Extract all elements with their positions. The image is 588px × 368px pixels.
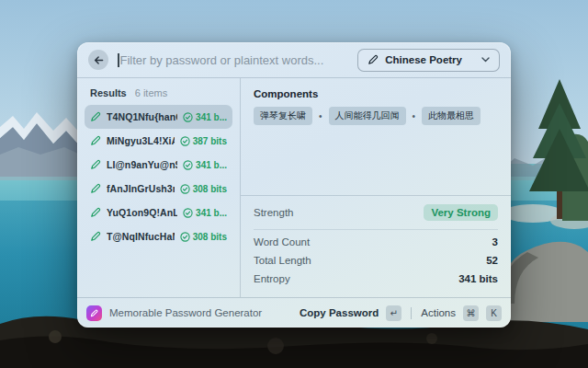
entropy-badge-text: 308 bits (193, 232, 227, 242)
password-text: LI@n9anYu@n$H3N... (107, 159, 177, 170)
back-button[interactable] (88, 50, 108, 70)
entropy-row: Entropy 341 bits (254, 273, 498, 284)
entropy-badge: 341 b... (183, 112, 227, 122)
password-list-item[interactable]: T@NqINfucHaN9xi... 308 bits (85, 224, 232, 248)
pencil-icon (90, 111, 101, 122)
results-panel: Results 6 items T4NQ1Nfu{hanGxIAo... 341… (77, 78, 241, 297)
components-title: Components (254, 88, 498, 99)
pencil-icon (90, 231, 101, 242)
entropy-badge-text: 308 bits (193, 184, 227, 194)
entropy-badge: 341 b... (183, 208, 227, 218)
entropy-badge-text: 341 b... (196, 208, 227, 218)
stats-list: Word Count 3 Total Length 52 Entropy 341… (254, 230, 498, 297)
bullet-separator: • (413, 111, 416, 121)
mode-dropdown-label: Chinese Poetry (385, 54, 462, 65)
component-pill: 弹琴复长啸 (254, 107, 312, 125)
password-text: fAnJInGrUsh3nL!NG... (107, 183, 175, 194)
entropy-badge: 308 bits (180, 184, 227, 194)
component-pill: 此物最相思 (422, 107, 481, 125)
total-length-row: Total Length 52 (254, 255, 498, 266)
pencil-icon (90, 207, 101, 218)
action-bar: Memorable Password Generator Copy Passwo… (77, 297, 511, 328)
total-length-label: Total Length (254, 255, 311, 266)
cmd-key-icon: ⌘ (463, 305, 479, 321)
bullet-separator: • (319, 111, 322, 121)
pencil-icon (90, 183, 101, 194)
text-cursor (118, 53, 119, 67)
mode-dropdown[interactable]: Chinese Poetry (357, 49, 500, 72)
search-field-wrap (118, 53, 348, 67)
chevron-down-icon (481, 57, 490, 63)
entropy-badge-text: 341 b... (196, 112, 227, 122)
detail-panel: Components 弹琴复长啸 • 人间能得几回闻 • 此物最相思 Stren… (241, 78, 511, 297)
check-circle-icon (183, 160, 193, 170)
return-key-icon: ↵ (386, 305, 401, 321)
results-title: Results (90, 87, 127, 98)
app-icon (86, 305, 102, 321)
component-pill: 人间能得几回闻 (329, 107, 406, 125)
password-list-item[interactable]: MiNgyu3L4!XiAn92h... 387 bits (85, 129, 232, 153)
entropy-badge-text: 341 b... (196, 160, 227, 170)
word-count-label: Word Count (254, 236, 310, 247)
password-list-item[interactable]: fAnJInGrUsh3nL!NG... 308 bits (85, 177, 232, 201)
password-text: T@NqINfucHaN9xi... (107, 231, 175, 242)
password-text: YuQ1on9Q!AnLimuC!... (107, 207, 177, 218)
pencil-icon (368, 54, 379, 65)
word-count-row: Word Count 3 (254, 236, 498, 247)
check-circle-icon (180, 232, 190, 242)
results-header: Results 6 items (85, 84, 232, 105)
strength-label: Strength (254, 207, 293, 218)
password-list-item[interactable]: LI@n9anYu@n$H3N... 341 b... (85, 153, 232, 177)
entropy-badge: 341 b... (183, 160, 227, 170)
window-body: Results 6 items T4NQ1Nfu{hanGxIAo... 341… (77, 78, 511, 297)
check-circle-icon (183, 112, 193, 122)
word-count-value: 3 (492, 236, 498, 247)
strength-badge: Very Strong (424, 204, 498, 221)
k-key-icon: K (486, 305, 502, 321)
check-circle-icon (180, 136, 190, 146)
actions-button[interactable]: Actions (421, 307, 456, 318)
copy-password-button[interactable]: Copy Password (300, 307, 379, 318)
strength-row: Strength Very Strong (254, 196, 498, 229)
entropy-badge: 308 bits (180, 232, 227, 242)
password-list-item[interactable]: T4NQ1Nfu{hanGxIAo... 341 b... (85, 105, 232, 129)
app-name: Memorable Password Generator (109, 307, 262, 318)
search-bar: Chinese Poetry (77, 42, 511, 78)
pencil-icon (90, 159, 101, 170)
check-circle-icon (180, 184, 190, 194)
password-generator-window: Chinese Poetry Results 6 items T4NQ1Nfu{… (77, 42, 511, 328)
footer-separator (411, 307, 412, 319)
entropy-label: Entropy (254, 273, 290, 284)
password-text: MiNgyu3L4!XiAn92h... (107, 135, 175, 146)
password-list-item[interactable]: YuQ1on9Q!AnLimuC!... 341 b... (85, 201, 232, 224)
components-list: 弹琴复长啸 • 人间能得几回闻 • 此物最相思 (254, 107, 498, 125)
password-text: T4NQ1Nfu{hanGxIAo... (107, 111, 177, 122)
arrow-left-icon (94, 55, 104, 65)
search-input[interactable] (120, 53, 349, 67)
results-count: 6 items (135, 87, 167, 98)
entropy-badge-text: 387 bits (193, 136, 227, 146)
desktop: Chinese Poetry Results 6 items T4NQ1Nfu{… (0, 0, 588, 368)
total-length-value: 52 (486, 255, 498, 266)
check-circle-icon (183, 208, 193, 218)
entropy-badge: 387 bits (180, 136, 227, 146)
pencil-icon (90, 135, 101, 146)
entropy-value: 341 bits (458, 273, 498, 284)
